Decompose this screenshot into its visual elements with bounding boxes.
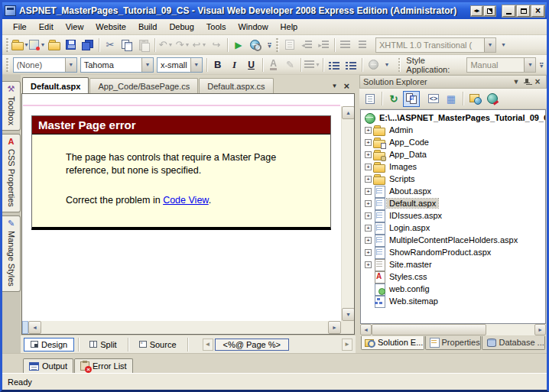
open-file-button[interactable] bbox=[46, 37, 63, 53]
minimize-button[interactable] bbox=[502, 5, 515, 17]
doc-tab-close-button[interactable]: × bbox=[343, 83, 349, 90]
bullet-list-button[interactable] bbox=[326, 57, 343, 73]
scrollbar-thumb[interactable] bbox=[372, 324, 486, 335]
underline-button[interactable]: U bbox=[243, 57, 260, 73]
target-rule-select[interactable]: (None) ▼ bbox=[13, 57, 77, 73]
menu-website[interactable]: Website bbox=[89, 20, 132, 34]
tab-error-list[interactable]: Error List bbox=[74, 358, 133, 373]
italic-button[interactable]: I bbox=[226, 57, 243, 73]
copy-button[interactable] bbox=[119, 37, 135, 53]
tree-item-showrandomproduct-aspx[interactable]: + ShowRandomProduct.aspx bbox=[361, 246, 545, 258]
toolbar-overflow-button[interactable]: ▪▪▼ bbox=[265, 37, 274, 53]
increase-indent-button[interactable]: ▸ bbox=[315, 37, 332, 53]
bold-button[interactable]: B bbox=[210, 57, 226, 73]
member-list-button[interactable] bbox=[281, 37, 298, 53]
navigate-backward-button[interactable]: ↩▼ bbox=[191, 37, 208, 53]
menu-edit[interactable]: Edit bbox=[33, 20, 60, 34]
hyperlink-button[interactable] bbox=[365, 57, 382, 73]
tree-item-web-sitemap[interactable]: Web.sitemap bbox=[361, 295, 545, 307]
code-view-link[interactable]: Code View bbox=[163, 195, 209, 206]
split-view-button[interactable]: Split bbox=[83, 338, 123, 352]
editor-vertical-scrollbar[interactable]: ▲ ▼ bbox=[341, 106, 354, 321]
expand-icon[interactable]: + bbox=[365, 164, 372, 170]
font-size-select[interactable]: x-small ▼ bbox=[157, 57, 203, 73]
undo-button[interactable]: ↶▼ bbox=[158, 37, 174, 53]
expand-icon[interactable]: + bbox=[365, 237, 372, 244]
scrollbar-track[interactable] bbox=[486, 324, 534, 335]
tree-item-site-master[interactable]: + Site.master bbox=[361, 258, 545, 271]
menu-debug[interactable]: Debug bbox=[163, 20, 200, 34]
tree-item-app-code[interactable]: + App_Code bbox=[361, 136, 545, 148]
xhtml-schema-select[interactable]: XHTML 1.0 Transitional ( ▼ bbox=[375, 37, 496, 53]
scroll-right-button[interactable]: ► bbox=[534, 324, 546, 335]
tree-item-styles-css[interactable]: Styles.css bbox=[361, 271, 545, 283]
expand-icon[interactable]: + bbox=[365, 151, 372, 158]
tree-item-multiplecontentplaceholders-aspx[interactable]: + MultipleContentPlaceHolders.aspx bbox=[361, 234, 545, 246]
style-application-select[interactable]: Manual ▼ bbox=[466, 57, 536, 73]
expand-icon[interactable]: + bbox=[365, 212, 372, 219]
expand-icon[interactable]: + bbox=[365, 261, 372, 268]
toolbar-overflow-button[interactable]: ▪▪▼ bbox=[538, 57, 545, 73]
panel-close-button[interactable]: × bbox=[532, 76, 543, 87]
toolbar-grip[interactable] bbox=[6, 58, 9, 72]
tab-output[interactable]: Output bbox=[23, 358, 73, 373]
nest-related-files-button[interactable]: ⇵ bbox=[403, 91, 420, 107]
maximize-button[interactable] bbox=[517, 5, 530, 17]
navigate-forward-button[interactable]: ↪ bbox=[208, 37, 225, 53]
tree-item-login-aspx[interactable]: + Login.aspx bbox=[361, 222, 545, 234]
save-all-button[interactable] bbox=[80, 37, 96, 53]
tree-item-scripts[interactable]: + Scripts bbox=[361, 173, 545, 185]
cut-button[interactable]: ✂ bbox=[102, 37, 119, 53]
panel-menu-button[interactable]: ▼ bbox=[511, 78, 521, 86]
toolbar-grip[interactable] bbox=[276, 38, 279, 52]
refresh-button[interactable]: ↻ bbox=[385, 91, 402, 107]
tab-database-explorer[interactable]: Database ... bbox=[482, 336, 545, 350]
menu-file[interactable]: File bbox=[7, 20, 33, 34]
solution-explorer-header[interactable]: Solution Explorer ▼ × bbox=[359, 75, 547, 89]
doc-tab-list-button[interactable]: ▼ bbox=[331, 83, 337, 89]
scroll-up-button[interactable]: ▲ bbox=[342, 106, 355, 119]
font-family-select[interactable]: Tahoma ▼ bbox=[80, 57, 154, 73]
splitter-handle[interactable] bbox=[22, 321, 28, 334]
scroll-right-button[interactable]: ► bbox=[328, 321, 341, 334]
highlight-button[interactable]: ✎ bbox=[281, 57, 298, 73]
expand-icon[interactable]: + bbox=[365, 249, 372, 256]
tab-css-properties[interactable]: A CSS Properties bbox=[2, 134, 21, 212]
copy-web-site-button[interactable] bbox=[466, 91, 483, 107]
add-new-item-button[interactable]: ▼ bbox=[29, 37, 46, 53]
save-button[interactable] bbox=[63, 37, 80, 53]
menu-help[interactable]: Help bbox=[274, 20, 304, 34]
tab-manage-styles[interactable]: ✎ Manage Styles bbox=[2, 215, 21, 292]
scroll-left-button[interactable]: ◄ bbox=[28, 321, 41, 334]
toolbar-grip[interactable] bbox=[6, 38, 9, 52]
expand-icon[interactable]: + bbox=[365, 188, 372, 195]
close-button[interactable]: × bbox=[531, 5, 544, 17]
source-view-button[interactable]: Source bbox=[132, 338, 184, 352]
title-bar[interactable]: ASPNET_MasterPages_Tutorial_09_CS - Visu… bbox=[2, 2, 547, 19]
design-surface[interactable]: Master Page error The page has controls … bbox=[21, 93, 355, 335]
comment-lines-button[interactable] bbox=[337, 37, 354, 53]
menu-build[interactable]: Build bbox=[132, 20, 163, 34]
tag-nav-left-button[interactable]: ◄ bbox=[203, 339, 213, 351]
tree-item-images[interactable]: + Images bbox=[361, 160, 545, 173]
editor-horizontal-scrollbar[interactable]: ◄ ► bbox=[22, 321, 341, 334]
solution-tree[interactable]: E:\...\ASPNET_MasterPages_Tutorial_09_CS… bbox=[360, 109, 546, 324]
toolbar-grip[interactable] bbox=[398, 58, 401, 72]
doc-tab-default-aspx-cs[interactable]: Default.aspx.cs bbox=[199, 78, 273, 93]
design-view-button[interactable]: Design bbox=[24, 338, 74, 352]
tree-item-root[interactable]: E:\...\ASPNET_MasterPages_Tutorial_09_CS… bbox=[361, 112, 545, 124]
detach-window-button[interactable] bbox=[484, 6, 495, 16]
scrollbar-track[interactable] bbox=[41, 321, 328, 334]
doc-tab-default-aspx[interactable]: Default.aspx bbox=[22, 77, 89, 93]
tree-horizontal-scrollbar[interactable]: ◄ ► bbox=[360, 324, 546, 335]
menu-view[interactable]: View bbox=[60, 20, 90, 34]
view-code-button[interactable]: <> bbox=[425, 91, 442, 107]
properties-button[interactable] bbox=[362, 91, 378, 107]
paste-button[interactable] bbox=[135, 37, 152, 53]
tree-item-admin[interactable]: + Admin bbox=[361, 124, 545, 136]
tab-properties[interactable]: Properties bbox=[425, 336, 482, 350]
tab-solution-explorer[interactable]: Solution E... bbox=[361, 336, 424, 350]
decrease-indent-button[interactable]: ◂ bbox=[298, 37, 315, 53]
expand-icon[interactable]: + bbox=[365, 200, 372, 207]
tab-toolbox[interactable]: ⚒ Toolbox bbox=[2, 81, 21, 131]
